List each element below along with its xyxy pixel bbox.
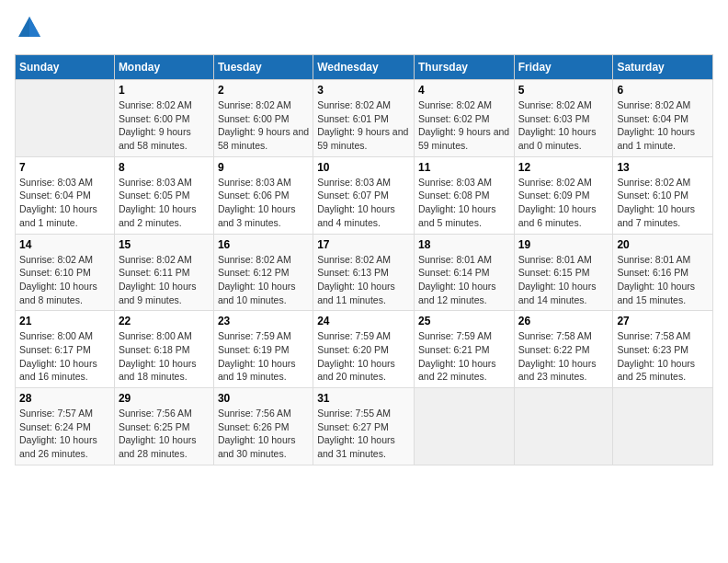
- day-info: Sunrise: 7:57 AMSunset: 6:24 PMDaylight:…: [19, 407, 110, 461]
- day-number: 5: [518, 84, 609, 97]
- logo-text: [15, 15, 42, 45]
- day-info: Sunrise: 8:02 AMSunset: 6:02 PMDaylight:…: [418, 98, 510, 153]
- day-info: Sunrise: 8:02 AMSunset: 6:04 PMDaylight:…: [617, 98, 709, 153]
- calendar-cell: 17Sunrise: 8:02 AMSunset: 6:13 PMDayligh…: [313, 234, 415, 311]
- day-number: 28: [19, 392, 110, 405]
- day-info: Sunrise: 8:02 AMSunset: 6:12 PMDaylight:…: [218, 253, 309, 307]
- day-info: Sunrise: 8:01 AMSunset: 6:15 PMDaylight:…: [518, 253, 609, 307]
- day-number: 27: [617, 315, 709, 327]
- day-number: 3: [317, 84, 410, 97]
- day-number: 26: [518, 315, 609, 327]
- day-info: Sunrise: 7:59 AMSunset: 6:20 PMDaylight:…: [317, 329, 410, 384]
- calendar-cell: 1Sunrise: 8:02 AMSunset: 6:00 PMDaylight…: [114, 80, 213, 157]
- day-number: 1: [119, 84, 210, 97]
- week-row-4: 21Sunrise: 8:00 AMSunset: 6:17 PMDayligh…: [16, 311, 713, 388]
- week-row-1: 1Sunrise: 8:02 AMSunset: 6:00 PMDaylight…: [16, 80, 713, 157]
- day-info: Sunrise: 8:03 AMSunset: 6:05 PMDaylight:…: [119, 176, 210, 230]
- day-info: Sunrise: 8:02 AMSunset: 6:11 PMDaylight:…: [119, 253, 210, 307]
- calendar-cell: 4Sunrise: 8:02 AMSunset: 6:02 PMDaylight…: [414, 80, 514, 157]
- day-info: Sunrise: 7:55 AMSunset: 6:27 PMDaylight:…: [317, 407, 410, 461]
- calendar-cell: 14Sunrise: 8:02 AMSunset: 6:10 PMDayligh…: [16, 234, 115, 311]
- calendar-cell: 8Sunrise: 8:03 AMSunset: 6:05 PMDaylight…: [114, 156, 213, 234]
- day-number: 13: [617, 161, 709, 174]
- calendar-cell: 13Sunrise: 8:02 AMSunset: 6:10 PMDayligh…: [613, 156, 713, 234]
- calendar-cell: 20Sunrise: 8:01 AMSunset: 6:16 PMDayligh…: [613, 234, 713, 311]
- calendar-cell: 27Sunrise: 7:58 AMSunset: 6:23 PMDayligh…: [613, 311, 713, 388]
- day-info: Sunrise: 8:02 AMSunset: 6:09 PMDaylight:…: [518, 176, 609, 230]
- calendar-cell: 7Sunrise: 8:03 AMSunset: 6:04 PMDaylight…: [16, 156, 115, 234]
- day-info: Sunrise: 8:02 AMSunset: 6:00 PMDaylight:…: [218, 98, 309, 153]
- calendar-cell: [16, 80, 115, 157]
- day-info: Sunrise: 7:58 AMSunset: 6:22 PMDaylight:…: [518, 329, 609, 384]
- calendar-cell: [414, 388, 514, 465]
- svg-marker-1: [29, 17, 40, 37]
- calendar-cell: 19Sunrise: 8:01 AMSunset: 6:15 PMDayligh…: [514, 234, 613, 311]
- day-info: Sunrise: 8:02 AMSunset: 6:00 PMDaylight:…: [119, 98, 210, 153]
- day-number: 19: [518, 238, 609, 251]
- day-number: 12: [518, 161, 609, 174]
- calendar-cell: 18Sunrise: 8:01 AMSunset: 6:14 PMDayligh…: [414, 234, 514, 311]
- day-info: Sunrise: 7:59 AMSunset: 6:21 PMDaylight:…: [418, 329, 510, 384]
- day-number: 6: [617, 84, 709, 97]
- calendar-cell: 23Sunrise: 7:59 AMSunset: 6:19 PMDayligh…: [213, 311, 313, 388]
- day-number: 9: [218, 161, 309, 174]
- day-number: 14: [19, 238, 110, 251]
- day-info: Sunrise: 8:02 AMSunset: 6:10 PMDaylight:…: [617, 176, 709, 230]
- week-row-2: 7Sunrise: 8:03 AMSunset: 6:04 PMDaylight…: [16, 156, 713, 234]
- day-info: Sunrise: 7:56 AMSunset: 6:25 PMDaylight:…: [119, 407, 210, 461]
- calendar-cell: 22Sunrise: 8:00 AMSunset: 6:18 PMDayligh…: [114, 311, 213, 388]
- weekday-header-tuesday: Tuesday: [213, 55, 313, 80]
- day-number: 20: [617, 238, 709, 251]
- day-info: Sunrise: 8:03 AMSunset: 6:08 PMDaylight:…: [418, 176, 510, 230]
- week-row-3: 14Sunrise: 8:02 AMSunset: 6:10 PMDayligh…: [16, 234, 713, 311]
- day-number: 4: [418, 84, 510, 97]
- calendar-cell: 31Sunrise: 7:55 AMSunset: 6:27 PMDayligh…: [313, 388, 415, 465]
- day-number: 2: [218, 84, 309, 97]
- calendar-cell: 12Sunrise: 8:02 AMSunset: 6:09 PMDayligh…: [514, 156, 613, 234]
- week-row-5: 28Sunrise: 7:57 AMSunset: 6:24 PMDayligh…: [16, 388, 713, 465]
- weekday-header-saturday: Saturday: [613, 55, 713, 80]
- day-number: 8: [119, 161, 210, 174]
- calendar-cell: 15Sunrise: 8:02 AMSunset: 6:11 PMDayligh…: [114, 234, 213, 311]
- day-number: 7: [19, 161, 110, 174]
- calendar-cell: 28Sunrise: 7:57 AMSunset: 6:24 PMDayligh…: [16, 388, 115, 465]
- calendar-cell: 10Sunrise: 8:03 AMSunset: 6:07 PMDayligh…: [313, 156, 415, 234]
- day-number: 18: [418, 238, 510, 251]
- calendar-cell: 21Sunrise: 8:00 AMSunset: 6:17 PMDayligh…: [16, 311, 115, 388]
- weekday-header-monday: Monday: [114, 55, 213, 80]
- day-number: 29: [119, 392, 210, 405]
- day-number: 17: [317, 238, 410, 251]
- calendar-cell: 16Sunrise: 8:02 AMSunset: 6:12 PMDayligh…: [213, 234, 313, 311]
- day-info: Sunrise: 8:01 AMSunset: 6:14 PMDaylight:…: [418, 253, 510, 307]
- calendar-cell: 9Sunrise: 8:03 AMSunset: 6:06 PMDaylight…: [213, 156, 313, 234]
- logo-icon: [17, 15, 42, 40]
- day-number: 10: [317, 161, 410, 174]
- calendar-cell: 11Sunrise: 8:03 AMSunset: 6:08 PMDayligh…: [414, 156, 514, 234]
- day-number: 30: [218, 392, 309, 405]
- day-info: Sunrise: 8:02 AMSunset: 6:03 PMDaylight:…: [518, 98, 609, 153]
- weekday-header-thursday: Thursday: [414, 55, 514, 80]
- day-info: Sunrise: 7:59 AMSunset: 6:19 PMDaylight:…: [218, 329, 309, 384]
- logo: [15, 15, 42, 45]
- day-number: 23: [218, 315, 309, 327]
- calendar-cell: 6Sunrise: 8:02 AMSunset: 6:04 PMDaylight…: [613, 80, 713, 157]
- day-info: Sunrise: 8:00 AMSunset: 6:17 PMDaylight:…: [19, 329, 110, 384]
- day-info: Sunrise: 8:02 AMSunset: 6:13 PMDaylight:…: [317, 253, 410, 307]
- page-header: [15, 15, 713, 45]
- calendar-cell: 25Sunrise: 7:59 AMSunset: 6:21 PMDayligh…: [414, 311, 514, 388]
- calendar-cell: 5Sunrise: 8:02 AMSunset: 6:03 PMDaylight…: [514, 80, 613, 157]
- day-number: 11: [418, 161, 510, 174]
- calendar-table: SundayMondayTuesdayWednesdayThursdayFrid…: [15, 54, 713, 465]
- calendar-cell: 30Sunrise: 7:56 AMSunset: 6:26 PMDayligh…: [213, 388, 313, 465]
- day-number: 16: [218, 238, 309, 251]
- day-number: 25: [418, 315, 510, 327]
- weekday-header-friday: Friday: [514, 55, 613, 80]
- calendar-cell: [514, 388, 613, 465]
- calendar-cell: 26Sunrise: 7:58 AMSunset: 6:22 PMDayligh…: [514, 311, 613, 388]
- day-info: Sunrise: 8:02 AMSunset: 6:01 PMDaylight:…: [317, 98, 410, 153]
- day-info: Sunrise: 8:03 AMSunset: 6:07 PMDaylight:…: [317, 176, 410, 230]
- calendar-cell: 2Sunrise: 8:02 AMSunset: 6:00 PMDaylight…: [213, 80, 313, 157]
- day-number: 31: [317, 392, 410, 405]
- weekday-header-wednesday: Wednesday: [313, 55, 415, 80]
- day-info: Sunrise: 8:01 AMSunset: 6:16 PMDaylight:…: [617, 253, 709, 307]
